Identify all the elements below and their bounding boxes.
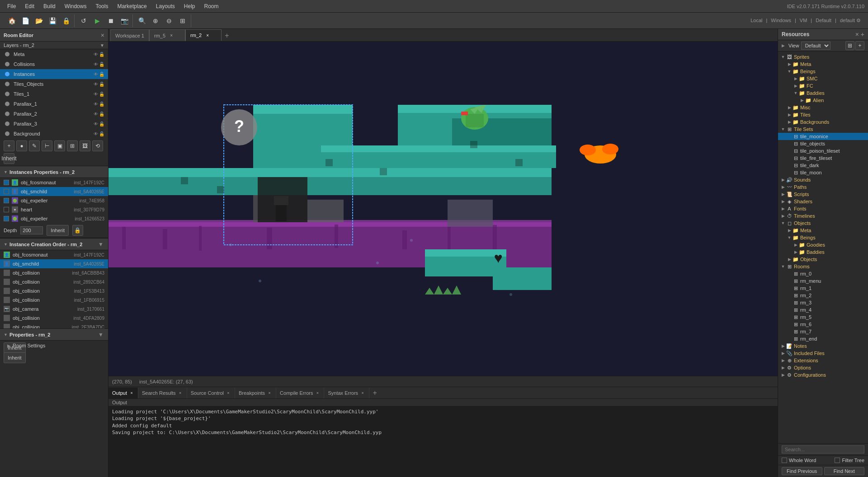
tree-room-rm6[interactable]: ⊞ rm_6 [778,321,868,328]
tool-brush-btn[interactable]: ✎ [29,140,40,151]
menu-build[interactable]: Build [40,2,59,10]
tree-tileset-dark[interactable]: ⊟ tile_dark [778,162,868,169]
tree-objects-beings-baddies[interactable]: ▶ 📁 Baddies [778,248,868,256]
tree-sprites-beings-fc[interactable]: ▶ 📁 FC [778,82,868,89]
layer-instances-lock[interactable]: 🔓 [99,72,104,77]
layer-parallax-3[interactable]: Parallax_3 👁 🔓 [0,119,108,129]
creation-item-4[interactable]: obj_collision inst_1F53B413 [0,286,108,295]
tree-configurations-expand[interactable]: ▶ [780,373,786,377]
toolbar-play-btn[interactable]: ▶ [91,14,104,27]
tree-room-rm0[interactable]: ⊞ rm_0 [778,270,868,277]
tool-select-btn[interactable]: ⊢ [42,140,52,151]
layer-parallax-3-lock[interactable]: 🔓 [99,122,104,126]
toolbar-search-btn[interactable]: 🔍 [136,14,148,27]
tree-sprites-backgrounds-expand[interactable]: ▶ [786,120,793,124]
menu-edit[interactable]: Edit [21,2,38,10]
layer-tiles-objects-lock[interactable]: 🔓 [99,82,104,87]
tree-sprites-beings-fc-expand[interactable]: ▶ [793,84,799,88]
game-canvas-svg[interactable]: ? ♥ [108,42,778,387]
tree-paths-expand[interactable]: ▶ [780,185,786,189]
tree-tileset-moon[interactable]: ⊟ tile_moon [778,169,868,176]
instance-item-1[interactable]: 👤 obj_smchild inst_5A40265E [0,187,108,196]
instance-3-checkbox[interactable] [4,207,9,212]
layer-tiles-1-lock[interactable]: 🔓 [99,92,104,97]
toolbar-new-btn[interactable]: 📄 [19,14,32,27]
tree-sprites-meta-expand[interactable]: ▶ [786,62,793,66]
tree-room-rm5[interactable]: ⊞ rm_5 [778,313,868,321]
layer-parallax-2[interactable]: Parallax_2 👁 🔓 [0,109,108,119]
location-local[interactable]: Local [750,18,762,23]
tree-sprites-meta[interactable]: ▶ 📁 Meta [778,61,868,68]
toolbar-open-btn[interactable]: 📂 [33,14,45,27]
tool-rect-btn[interactable]: ▣ [54,140,65,151]
instance-2-checkbox[interactable] [4,198,9,203]
tree-included-files[interactable]: ▶ 📎 Included Files [778,350,868,357]
creation-item-0[interactable]: 👤 obj_fcosmonaut inst_147F192C [0,250,108,259]
output-tab-source-control[interactable]: Source Control × [187,388,235,398]
tool-add-btn[interactable]: + [4,140,14,151]
tree-objects-beings-baddies-expand[interactable]: ▶ [793,250,799,254]
layer-meta[interactable]: Meta 👁 🔓 [0,49,108,59]
tree-room-rmend[interactable]: ⊞ rm_end [778,335,868,342]
output-tab-compile-errors-close[interactable]: × [315,390,320,396]
layer-meta-eye[interactable]: 👁 [94,52,98,57]
tree-room-rm4[interactable]: ⊞ rm_4 [778,306,868,313]
layer-parallax-1-eye[interactable]: 👁 [94,102,98,107]
tree-extensions-expand[interactable]: ▶ [780,358,786,363]
output-tab-compile-errors[interactable]: Compile Errors × [276,388,324,398]
depth-inherit-btn[interactable]: Inherit [47,225,69,236]
tree-objects-beings[interactable]: ▼ 📁 Beings [778,234,868,241]
tab-rm-2[interactable]: rm_2 × [185,29,222,41]
menu-marketplace[interactable]: Marketplace [113,2,150,10]
creation-item-5[interactable]: obj_collision inst_1FB06915 [0,295,108,304]
tree-objects-beings-goodies[interactable]: ▶ 📁 Goodies [778,241,868,248]
instance-0-checkbox[interactable] [4,180,9,185]
layer-meta-lock[interactable]: 🔓 [99,52,104,57]
layer-parallax-3-eye[interactable]: 👁 [94,122,98,126]
tree-fonts-expand[interactable]: ▶ [780,206,786,211]
tool-inherit-btn[interactable]: Inherit [4,153,14,164]
layer-collisions[interactable]: Collisions 👁 🔓 [0,59,108,69]
tree-options-expand[interactable]: ▶ [780,365,786,370]
layer-tiles-objects-eye[interactable]: 👁 [94,82,98,87]
instance-4-checkbox[interactable] [4,216,9,221]
room-settings-item[interactable]: ▶ Room Settings [0,341,108,351]
toolbar-home-btn[interactable]: 🏠 [5,14,18,27]
creation-item-2[interactable]: obj_collision inst_6ACBBB43 [0,268,108,277]
tab-add-btn[interactable]: + [222,30,232,41]
layers-dropdown[interactable]: Layers - rm_2 ▼ [0,42,108,49]
tree-objects-meta-expand[interactable]: ▶ [786,228,793,233]
tree-objects-objects[interactable]: ▶ 📁 Objects [778,256,868,263]
properties-close[interactable]: ▼ [97,331,104,338]
toolbar-grid-btn[interactable]: ⊞ [176,14,189,27]
tree-tileset-objects[interactable]: ⊟ tile_objects [778,140,868,147]
tree-tileset-moonice[interactable]: ⊟ tile_moonice [778,133,868,140]
output-tab-output-close[interactable]: × [129,390,134,396]
menu-help[interactable]: Help [180,2,199,10]
menu-windows[interactable]: Windows [61,2,90,10]
toolbar-zoom-out-btn[interactable]: ⊖ [163,14,175,27]
tab-rm-5-close[interactable]: × [168,33,175,39]
tree-sprites-tiles-expand[interactable]: ▶ [786,112,793,117]
instance-item-3[interactable]: ♥ heart inst_307F9D79 [0,205,108,214]
tab-rm-2-close[interactable]: × [204,32,211,38]
tree-sprites-beings-baddies-expand[interactable]: ▼ [793,91,799,95]
tree-tileset-fire[interactable]: ⊟ tile_fire_tileset [778,154,868,162]
layer-background[interactable]: Background 👁 🔓 [0,129,108,139]
tree-sounds-expand[interactable]: ▶ [780,178,786,182]
output-tab-syntax-errors[interactable]: Syntax Errors × [324,388,369,398]
output-tab-output[interactable]: Output × [108,388,138,398]
tool-grid-btn[interactable]: ⊞ [67,140,78,151]
instance-item-4[interactable]: 🟢 obj_expeller inst_16266523 [0,214,108,223]
properties-header[interactable]: ▼ Properties - rm_2 ▼ [0,329,108,341]
tree-scripts[interactable]: ▶ 📜 Scripts [778,191,868,198]
layer-instances-eye[interactable]: 👁 [94,72,98,77]
toolbar-undo-btn[interactable]: ↺ [77,14,90,27]
layer-collisions-lock[interactable]: 🔓 [99,62,104,67]
tree-shaders-expand[interactable]: ▶ [780,199,786,204]
tree-shaders[interactable]: ▶ ◈ Shaders [778,198,868,205]
tree-objects[interactable]: ▼ ◻ Objects [778,220,868,227]
layer-collisions-eye[interactable]: 👁 [94,62,98,67]
tree-objects-beings-goodies-expand[interactable]: ▶ [793,243,799,247]
toolbar-zoom-in-btn[interactable]: ⊕ [149,14,162,27]
